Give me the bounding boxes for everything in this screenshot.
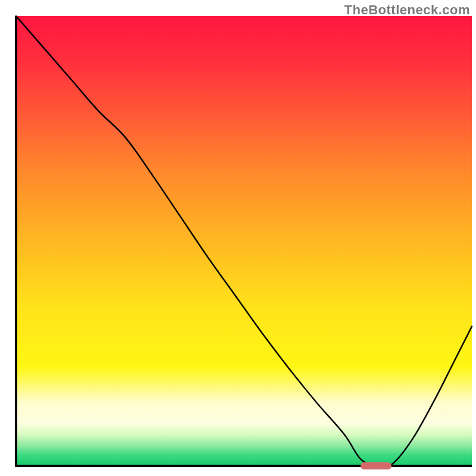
optimal-marker bbox=[361, 462, 392, 469]
watermark-text: TheBottleneck.com bbox=[345, 2, 470, 18]
bottleneck-chart bbox=[0, 0, 476, 476]
chart-container: TheBottleneck.com bbox=[0, 0, 476, 476]
plot-background bbox=[16, 16, 472, 466]
